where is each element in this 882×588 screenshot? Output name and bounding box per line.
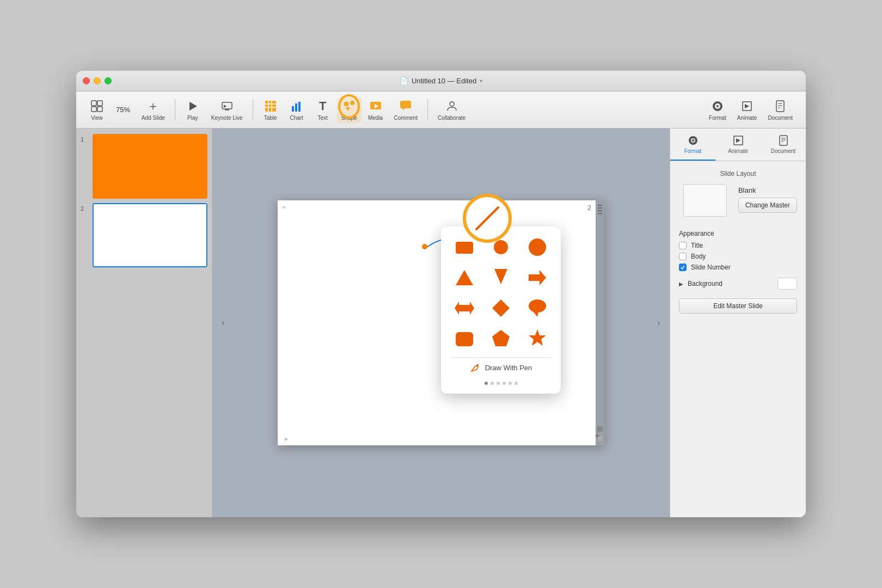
view-icon <box>89 99 105 114</box>
svg-rect-14 <box>292 106 294 112</box>
table-button[interactable]: Table <box>259 96 283 123</box>
toolbar: View 75% 75% ＋ Add Slide Play ▶ Keynote … <box>76 91 806 128</box>
pen-icon <box>470 362 481 373</box>
maximize-button[interactable] <box>105 77 112 84</box>
canvas-bottom-bar: » <box>278 434 604 443</box>
view-button[interactable]: View <box>85 96 109 123</box>
svg-marker-48 <box>533 311 538 317</box>
shape-arrow-right[interactable] <box>522 266 552 290</box>
edit-master-slide-button[interactable]: Edit Master Slide <box>679 298 797 314</box>
slide-thumb-2[interactable]: 2 <box>81 203 207 268</box>
animate-icon <box>739 99 755 114</box>
shape-arrow-double[interactable] <box>450 296 480 320</box>
svg-rect-49 <box>456 332 473 346</box>
media-button[interactable]: Media <box>364 96 388 123</box>
change-master-button[interactable]: Change Master <box>738 198 797 213</box>
chart-label: Chart <box>290 115 303 121</box>
body-checkbox[interactable] <box>679 253 687 260</box>
comment-button[interactable]: Comment <box>390 96 422 123</box>
title-checkbox-label: Title <box>691 242 703 249</box>
play-button[interactable]: Play <box>181 96 205 123</box>
dot-4[interactable] <box>503 382 506 385</box>
shape-pentagon[interactable] <box>486 327 516 351</box>
chevron-down-icon: ▾ <box>480 78 482 84</box>
text-button[interactable]: T Text <box>311 96 335 123</box>
document-icon: 📄 <box>400 77 408 85</box>
svg-point-41 <box>529 238 546 256</box>
title-checkbox[interactable] <box>679 242 687 249</box>
zoom-button[interactable]: 75% 75% <box>111 100 135 120</box>
chart-button[interactable]: Chart <box>285 96 309 123</box>
close-button[interactable] <box>83 77 90 84</box>
slide-number-checkbox[interactable] <box>679 264 687 271</box>
slide-number-checkbox-row: Slide Number <box>679 264 797 271</box>
background-swatch[interactable] <box>777 278 797 290</box>
collaborate-button[interactable]: Collaborate <box>433 96 470 123</box>
shape-circle-large[interactable] <box>522 235 552 259</box>
comment-icon <box>398 99 413 114</box>
add-slide-button[interactable]: ＋ Add Slide <box>137 96 169 123</box>
right-ruler <box>596 200 604 445</box>
svg-text:▶: ▶ <box>224 104 227 108</box>
svg-marker-19 <box>346 107 350 111</box>
shape-triangle-right[interactable] <box>486 266 516 290</box>
shape-button[interactable]: Shape <box>337 96 362 123</box>
background-collapse-icon[interactable]: ▶ <box>679 281 683 287</box>
svg-rect-30 <box>776 101 784 112</box>
minimize-button[interactable] <box>94 77 101 84</box>
shape-rounded-rect-2[interactable] <box>450 327 480 351</box>
format-tab-button[interactable]: Format <box>705 96 731 123</box>
plus-icon[interactable]: + <box>595 431 600 441</box>
document-tab-button[interactable]: Document <box>763 96 797 123</box>
main-area: 1 2 ‹ » 2 <box>76 128 806 517</box>
canvas-area: ‹ » 2 <box>212 128 670 517</box>
text-icon: T <box>315 99 330 114</box>
view-label: View <box>91 115 103 121</box>
svg-marker-23 <box>402 108 405 111</box>
shape-star[interactable] <box>522 327 552 351</box>
svg-marker-43 <box>494 269 507 284</box>
svg-marker-29 <box>745 104 749 108</box>
dot-6[interactable] <box>514 382 518 385</box>
format-tab-label: Format <box>670 148 715 154</box>
shape-label: Shape <box>341 115 357 121</box>
window-title: 📄 Untitled 10 — Edited ▾ <box>400 77 482 85</box>
table-icon <box>263 99 278 114</box>
separator-3 <box>427 99 428 121</box>
dot-1[interactable] <box>485 382 488 385</box>
format-tab-icon <box>687 134 700 147</box>
draw-pen-label: Draw With Pen <box>485 364 532 372</box>
svg-marker-46 <box>492 299 510 317</box>
dot-3[interactable] <box>497 382 500 385</box>
popup-page-dots <box>450 382 552 385</box>
canvas-nav-left[interactable]: ‹ <box>217 312 230 334</box>
shape-speech-bubble[interactable] <box>522 296 552 320</box>
keynote-live-icon: ▶ <box>219 99 235 114</box>
animate-tab-button[interactable]: Animate <box>733 96 762 123</box>
svg-rect-0 <box>91 101 96 106</box>
chart-icon <box>289 99 304 114</box>
nav-left-icon: ‹ <box>222 318 224 328</box>
nav-right-icon: › <box>657 318 660 328</box>
dot-2[interactable] <box>491 382 494 385</box>
dot-5[interactable] <box>509 382 512 385</box>
separator-2 <box>253 99 253 121</box>
keynote-live-button[interactable]: ▶ Keynote Live <box>207 96 247 123</box>
canvas-nav-right[interactable]: › <box>652 312 665 334</box>
format-tab[interactable]: Format <box>670 128 715 161</box>
slide-panel: 1 2 <box>76 128 212 517</box>
shape-triangle-up[interactable] <box>450 266 480 290</box>
document-tab-icon <box>777 134 790 147</box>
svg-marker-44 <box>529 270 546 285</box>
animate-tab-icon <box>732 134 745 147</box>
shape-diamond[interactable] <box>486 296 516 320</box>
collaborate-icon <box>444 99 460 114</box>
svg-rect-15 <box>295 103 297 112</box>
svg-rect-17 <box>344 102 348 106</box>
draw-with-pen-button[interactable]: Draw With Pen <box>450 357 552 377</box>
animate-tab[interactable]: Animate <box>715 128 761 161</box>
comment-label: Comment <box>394 115 418 121</box>
checkmark-icon <box>680 265 685 270</box>
slide-thumb-1[interactable]: 1 <box>81 134 207 199</box>
document-tab[interactable]: Document <box>761 128 806 161</box>
